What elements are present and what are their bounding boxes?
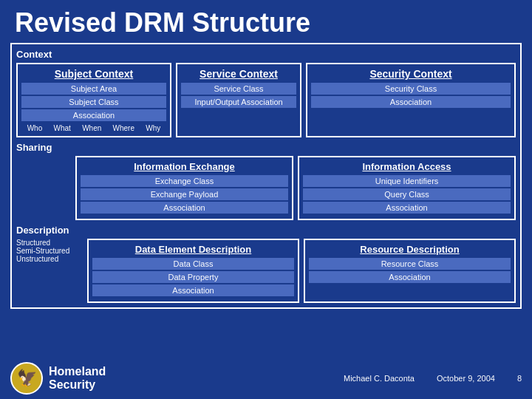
- service-inputoutput-item: Input/Output Association: [181, 96, 296, 108]
- service-context-box: Service Context Service Class Input/Outp…: [176, 63, 301, 137]
- where-label: Where: [113, 124, 134, 132]
- security-context-title: Security Context: [311, 68, 511, 80]
- exchange-payload-item: Exchange Payload: [81, 188, 288, 200]
- semi-structured-label: Semi-Structured: [16, 247, 83, 255]
- what-label: What: [54, 124, 71, 132]
- org-line1: Homeland: [49, 365, 106, 378]
- resource-class-item: Resource Class: [309, 258, 511, 270]
- context-row: Subject Context Subject Area Subject Cla…: [16, 63, 516, 137]
- description-label: Description: [16, 225, 516, 236]
- description-row: Structured Semi-Structured Unstructured …: [16, 239, 516, 303]
- service-context-title: Service Context: [181, 68, 296, 80]
- logo-circle: 🦅: [10, 362, 43, 395]
- info-access-box: Information Access Unique Identifiers Qu…: [298, 156, 516, 220]
- page-number: 8: [517, 374, 522, 383]
- resource-association-item: Association: [309, 271, 511, 283]
- footer-logo: 🦅 Homeland Security: [10, 362, 106, 395]
- context-section: Context Subject Context Subject Area Sub…: [16, 49, 516, 137]
- structured-label: Structured: [16, 239, 83, 247]
- main-content: Context Subject Context Subject Area Sub…: [10, 43, 522, 309]
- data-element-box: Data Element Description Data Class Data…: [87, 239, 299, 303]
- why-label: Why: [146, 124, 160, 132]
- subject-context-box: Subject Context Subject Area Subject Cla…: [16, 63, 171, 137]
- date-label: October 9, 2004: [437, 374, 495, 383]
- footer-right: Michael C. Daconta October 9, 2004 8: [344, 374, 522, 383]
- description-sub-labels: Structured Semi-Structured Unstructured: [16, 239, 83, 303]
- author-label: Michael C. Daconta: [344, 374, 415, 383]
- eagle-icon: 🦅: [17, 369, 37, 388]
- context-label: Context: [16, 49, 516, 60]
- footer-org-text: Homeland Security: [49, 365, 106, 391]
- sharing-section: Sharing Information Exchange Exchange Cl…: [16, 142, 516, 220]
- footer: 🦅 Homeland Security Michael C. Daconta O…: [0, 362, 532, 395]
- security-context-box: Security Context Security Class Associat…: [306, 63, 516, 137]
- service-class-item: Service Class: [181, 83, 296, 95]
- subject-class-item: Subject Class: [21, 96, 166, 108]
- sharing-row: Information Exchange Exchange Class Exch…: [16, 156, 516, 220]
- info-access-title: Information Access: [303, 161, 511, 172]
- subject-association-item: Association: [21, 109, 166, 121]
- query-class-item: Query Class: [303, 188, 511, 200]
- page-title: Revised DRM Structure: [0, 0, 532, 43]
- description-section: Description Structured Semi-Structured U…: [16, 225, 516, 303]
- access-association-item: Association: [303, 202, 511, 214]
- subject-area-item: Subject Area: [21, 83, 166, 95]
- data-association-item: Association: [92, 284, 294, 296]
- security-class-item: Security Class: [311, 83, 511, 95]
- resource-desc-title: Resource Description: [309, 244, 511, 255]
- subject-context-title: Subject Context: [21, 68, 166, 80]
- who-row: Who What When Where Why: [21, 124, 166, 132]
- data-element-title: Data Element Description: [92, 244, 294, 255]
- info-exchange-title: Information Exchange: [81, 161, 288, 172]
- exchange-class-item: Exchange Class: [81, 175, 288, 187]
- unstructured-label: Unstructured: [16, 255, 83, 263]
- data-property-item: Data Property: [92, 271, 294, 283]
- sharing-label: Sharing: [16, 142, 516, 153]
- when-label: When: [82, 124, 101, 132]
- unique-identifiers-item: Unique Identifiers: [303, 175, 511, 187]
- resource-desc-box: Resource Description Resource Class Asso…: [304, 239, 516, 303]
- who-label: Who: [27, 124, 43, 132]
- exchange-association-item: Association: [81, 202, 288, 214]
- org-line2: Security: [49, 378, 106, 392]
- data-class-item: Data Class: [92, 258, 294, 270]
- security-association-item: Association: [311, 96, 511, 108]
- info-exchange-box: Information Exchange Exchange Class Exch…: [75, 156, 293, 220]
